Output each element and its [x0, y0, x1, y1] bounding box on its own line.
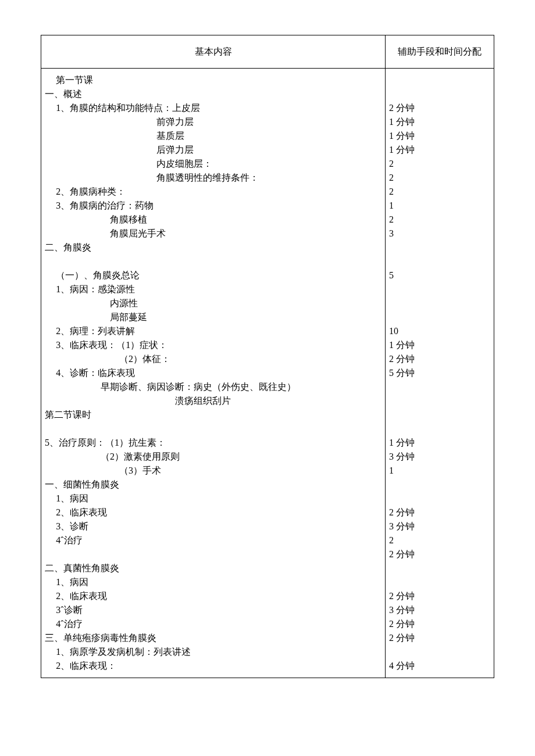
duration-line: 2 [389, 185, 490, 199]
content-line: 3ˆ诊断 [45, 603, 381, 617]
content-line: 溃疡组织刮片 [45, 394, 381, 408]
duration-line [389, 408, 490, 422]
duration-line: 1 分钟 [389, 115, 490, 129]
duration-line [389, 575, 490, 589]
duration-line [389, 282, 490, 296]
content-line: 三、单纯疱疹病毒性角膜炎 [45, 631, 381, 645]
duration-line: 2 分钟 [389, 617, 490, 631]
duration-line [389, 478, 490, 492]
table-header-row: 基本内容 辅助手段和时间分配 [41, 35, 494, 69]
content-line: 1、角膜的结构和功能特点：上皮层 [45, 101, 381, 115]
content-line: 二、角膜炎 [45, 241, 381, 255]
duration-line: 3 [389, 227, 490, 241]
duration-line: 2 [389, 157, 490, 171]
duration-line [389, 256, 391, 266]
duration-line [389, 561, 490, 575]
duration-line: 1 分钟 [389, 129, 490, 143]
outline-table: 基本内容 辅助手段和时间分配 第一节课一、概述1、角膜的结构和功能特点：上皮层前… [41, 35, 494, 678]
duration-line: 2 [389, 171, 490, 185]
content-line: 3、临床表现：（1）症状： [45, 338, 381, 352]
content-line: 角膜透明性的维持条件： [45, 171, 381, 185]
content-line: 基质层 [45, 129, 381, 143]
duration-line: 3 分钟 [389, 519, 490, 533]
duration-line: 3 分钟 [389, 603, 490, 617]
content-line: 3、诊断 [45, 519, 381, 533]
duration-line: 2 分钟 [389, 101, 490, 115]
duration-line: 1 分钟 [389, 436, 490, 450]
content-line: 前弹力层 [45, 115, 381, 129]
duration-line: 2 分钟 [389, 352, 490, 366]
content-line [45, 547, 381, 561]
duration-line [389, 296, 490, 310]
duration-line [389, 73, 490, 87]
duration-line [389, 492, 490, 506]
duration-line: 1 分钟 [389, 143, 490, 157]
duration-line [389, 310, 490, 324]
content-line: 第一节课 [45, 73, 381, 87]
content-line: （2）体征： [45, 352, 381, 366]
content-line: 一、细菌性角膜炎 [45, 478, 381, 492]
content-line: 角膜屈光手术 [45, 227, 381, 241]
duration-line: 2 分钟 [389, 631, 490, 645]
content-line: 4、诊断：临床表现 [45, 366, 381, 380]
content-line: 角膜移植 [45, 213, 381, 227]
content-line [45, 256, 47, 266]
duration-line: 10 [389, 324, 490, 338]
content-line: 2、角膜病种类： [45, 185, 381, 199]
content-line: 局部蔓延 [45, 310, 381, 324]
content-line: 1、病因 [45, 492, 381, 506]
content-line: 一、概述 [45, 87, 381, 101]
duration-cell: 2 分钟1 分钟1 分钟1 分钟222123 5 101 分钟2 分钟5 分钟 … [386, 69, 494, 678]
duration-line [389, 87, 490, 101]
duration-line: 2 分钟 [389, 589, 490, 603]
content-line [45, 424, 47, 433]
content-line: （2）激素使用原则 [45, 450, 381, 464]
duration-line: 3 分钟 [389, 450, 490, 464]
table-body-row: 第一节课一、概述1、角膜的结构和功能特点：上皮层前弹力层基质层后弹力层内皮细胞层… [41, 69, 494, 678]
content-line: 内源性 [45, 296, 381, 310]
content-line: 2、临床表现 [45, 589, 381, 603]
content-line: 后弹力层 [45, 143, 381, 157]
content-line: 1、病原学及发病机制：列表讲述 [45, 645, 381, 659]
duration-line: 1 [389, 464, 490, 478]
duration-line: 2 分钟 [389, 506, 490, 519]
content-line: 4ˆ治疗 [45, 533, 381, 547]
content-line: 1、病因：感染源性 [45, 282, 381, 296]
header-main: 基本内容 [41, 35, 386, 69]
content-line: 5、治疗原则：（1）抗生素： [45, 436, 381, 450]
content-line: 二、真菌性角膜炎 [45, 561, 381, 575]
content-line: 第二节课时 [45, 408, 381, 422]
content-line: 2、临床表现 [45, 506, 381, 519]
content-line: 1、病因 [45, 575, 381, 589]
content-line: 早期诊断、病因诊断：病史（外伤史、既往史） [45, 380, 381, 394]
content-line: 4ˆ治疗 [45, 617, 381, 631]
content-line: 3、角膜病的治疗：药物 [45, 199, 381, 213]
duration-line [389, 394, 490, 408]
duration-line: 1 [389, 199, 490, 213]
duration-line: 1 分钟 [389, 338, 490, 352]
duration-line: 5 [389, 268, 490, 282]
duration-line [389, 424, 391, 433]
duration-line: 5 分钟 [389, 366, 490, 380]
content-line: （一）、角膜炎总论 [45, 268, 381, 282]
content-cell: 第一节课一、概述1、角膜的结构和功能特点：上皮层前弹力层基质层后弹力层内皮细胞层… [41, 69, 386, 678]
header-side: 辅助手段和时间分配 [386, 35, 494, 69]
content-line: 2、病理：列表讲解 [45, 324, 381, 338]
duration-line [389, 645, 490, 659]
duration-line: 2 [389, 533, 490, 547]
content-line: （3）手术 [45, 464, 381, 478]
content-line: 内皮细胞层： [45, 157, 381, 171]
duration-line [389, 380, 490, 394]
duration-line: 4 分钟 [389, 659, 490, 673]
duration-line: 2 分钟 [389, 547, 490, 561]
content-line: 2、临床表现： [45, 659, 381, 673]
duration-line [389, 241, 490, 255]
duration-line: 2 [389, 213, 490, 227]
